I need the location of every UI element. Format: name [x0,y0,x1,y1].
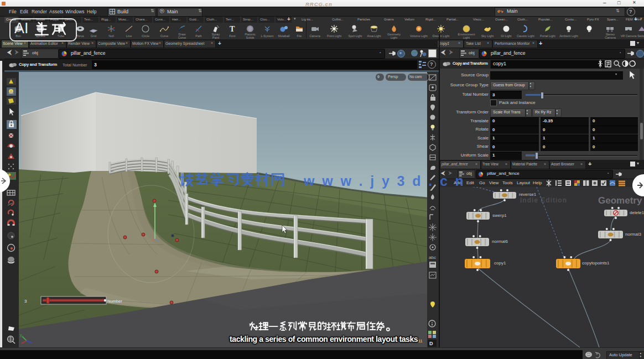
svg-text:T: T [230,25,235,33]
svg-text:3: 3 [24,299,27,304]
svg-text:y: y [20,333,22,337]
svg-text:abc: abc [429,255,436,260]
svg-text:Number: Number [107,299,122,304]
svg-text:D: D [429,341,433,346]
